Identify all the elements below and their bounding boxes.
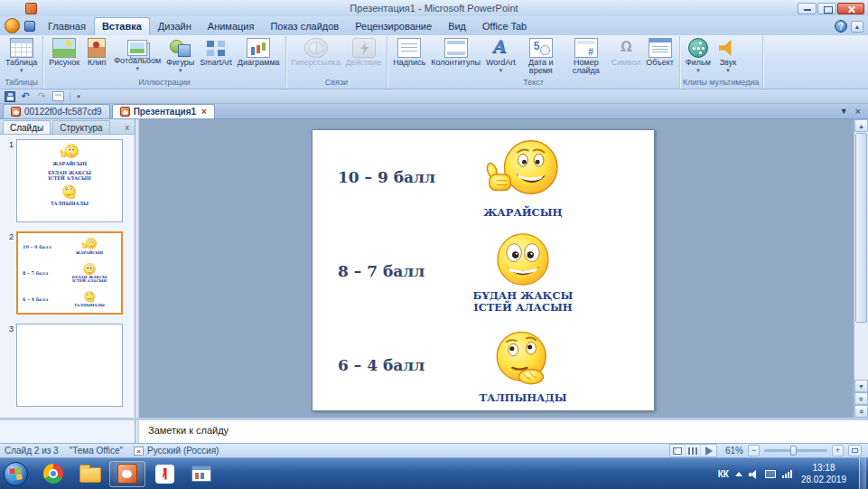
save-icon[interactable] bbox=[5, 91, 15, 102]
powerpoint-icon[interactable] bbox=[109, 461, 145, 487]
volume-icon[interactable] bbox=[749, 469, 759, 479]
thumbnail-row-2: 2 10 – 9 балл ЖАРАЙСЫҢ 8 – 7 балл bbox=[2, 231, 131, 315]
slide-2-thumbnail-selected[interactable]: 10 – 9 балл ЖАРАЙСЫҢ 8 – 7 балл БҰДАН ЖА… bbox=[16, 231, 123, 315]
language-switcher[interactable]: КК bbox=[718, 469, 729, 479]
display-icon[interactable] bbox=[765, 470, 776, 478]
slide-canvas[interactable]: 10 – 9 балл ЖАРАЙСЫҢ 8 – 7 балл БҰДАН ЖА… bbox=[312, 129, 655, 411]
chevron-down-icon: ▼ bbox=[178, 68, 183, 73]
header-footer-button[interactable]: Колонтитулы bbox=[428, 37, 483, 68]
tab-view[interactable]: Вид bbox=[440, 17, 474, 35]
tab-office-tab[interactable]: Office Tab bbox=[474, 17, 535, 35]
taskbar-clock[interactable]: 13:18 28.02.2019 bbox=[801, 462, 846, 485]
smartart-button[interactable]: SmartArt bbox=[197, 37, 235, 68]
notes-pane[interactable]: Заметки к слайду bbox=[139, 420, 868, 443]
help-icon[interactable]: ? bbox=[835, 20, 847, 33]
presentation-icon[interactable] bbox=[183, 461, 219, 487]
textbox-button[interactable]: Надпись bbox=[390, 37, 428, 68]
close-icon[interactable] bbox=[837, 3, 864, 14]
tab-slides[interactable]: Слайды bbox=[3, 120, 51, 134]
score-text[interactable]: 8 – 7 балл bbox=[313, 262, 455, 280]
pin-icon[interactable] bbox=[24, 21, 35, 32]
caption-text[interactable]: ЖАРАЙСЫҢ bbox=[483, 207, 562, 219]
status-bar-right: 61% − + bbox=[669, 444, 863, 457]
chevron-down-icon: ▼ bbox=[498, 68, 503, 73]
slide-sorter-icon[interactable] bbox=[686, 445, 701, 456]
normal-view-icon[interactable] bbox=[670, 445, 686, 456]
network-icon[interactable] bbox=[782, 469, 792, 478]
photo-album-button[interactable]: Фотоальбом ▼ bbox=[111, 37, 163, 72]
browser-icon[interactable] bbox=[35, 461, 71, 487]
picture-button[interactable]: Рисунок bbox=[46, 37, 82, 68]
tab-list-chevron-icon[interactable]: ▼ bbox=[840, 107, 848, 116]
slide-icon[interactable] bbox=[52, 91, 64, 101]
zoom-level[interactable]: 61% bbox=[722, 446, 743, 456]
next-slide-button[interactable]: « bbox=[854, 405, 868, 418]
collapse-ribbon-icon[interactable]: ▲ bbox=[851, 21, 863, 33]
previous-slide-button[interactable]: « bbox=[854, 392, 868, 405]
thinking-emoji[interactable] bbox=[488, 326, 558, 391]
fit-to-window-icon[interactable] bbox=[848, 445, 862, 456]
windows-flag-icon bbox=[9, 467, 22, 480]
start-orb[interactable] bbox=[4, 462, 28, 486]
caption-text[interactable]: ТАЛПЫНАДЫ bbox=[479, 392, 566, 404]
scroll-up-icon[interactable]: ▲ bbox=[854, 119, 868, 132]
tab-slideshow[interactable]: Показ слайдов bbox=[262, 17, 347, 35]
zoom-slider[interactable] bbox=[764, 449, 827, 452]
zoom-slider-thumb[interactable] bbox=[790, 446, 797, 456]
table-button-label: Таблица bbox=[5, 59, 37, 67]
sound-button[interactable]: Звук ▼ bbox=[714, 37, 742, 74]
tab-outline[interactable]: Структура bbox=[52, 120, 109, 134]
group-label-text: Текст bbox=[390, 78, 677, 89]
clipart-button[interactable]: Клип bbox=[82, 37, 111, 68]
notes-row: Заметки к слайду bbox=[0, 418, 868, 443]
chevron-down-icon: ▼ bbox=[725, 68, 731, 73]
doc-tab-1[interactable]: 00122f0d-fc587cd9 bbox=[3, 104, 110, 118]
tab-animation[interactable]: Анимация bbox=[200, 17, 263, 35]
clock-time: 13:18 bbox=[812, 462, 835, 474]
folder-icon[interactable] bbox=[72, 461, 108, 487]
show-desktop-strip[interactable] bbox=[859, 458, 866, 489]
caption-text[interactable]: БҰДАН ЖАҚСЫ ІСТЕЙ АЛАСЫН bbox=[473, 290, 574, 314]
tab-review[interactable]: Рецензирование bbox=[347, 17, 440, 35]
tab-insert[interactable]: Вставка bbox=[94, 17, 150, 35]
table-button[interactable]: Таблица ▼ bbox=[3, 37, 40, 74]
slide-number-button[interactable]: Номер слайда bbox=[564, 37, 609, 77]
scrollbar-thumb[interactable] bbox=[855, 133, 867, 323]
slide-3-thumbnail[interactable] bbox=[16, 324, 123, 407]
tab-design[interactable]: Дизайн bbox=[150, 17, 200, 35]
close-tab-icon[interactable]: × bbox=[201, 107, 207, 117]
spellcheck-icon[interactable]: × bbox=[134, 447, 144, 456]
datetime-button[interactable]: Дата и время bbox=[518, 37, 564, 77]
powerpoint-file-icon bbox=[120, 107, 130, 117]
chart-button[interactable]: Диаграмма bbox=[235, 37, 283, 68]
tab-home[interactable]: Главная bbox=[40, 17, 94, 35]
zoom-in-icon[interactable]: + bbox=[832, 445, 844, 456]
yandex-icon[interactable] bbox=[146, 461, 182, 487]
doc-tab-2[interactable]: Презентация1 × bbox=[112, 104, 215, 118]
panel-close-icon[interactable]: x bbox=[123, 123, 133, 134]
object-button[interactable]: Объект bbox=[643, 37, 677, 68]
shapes-button[interactable]: Фигуры ▼ bbox=[163, 37, 197, 74]
wordart-button[interactable]: WordArt ▼ bbox=[483, 37, 518, 74]
vertical-scrollbar[interactable]: ▲ ▼ « « bbox=[854, 119, 868, 418]
close-all-icon[interactable]: × bbox=[855, 106, 861, 117]
qat-dropdown-icon[interactable]: ▼ bbox=[76, 94, 81, 99]
document-tab-bar: 00122f0d-fc587cd9 Презентация1 × ▼ × bbox=[0, 104, 868, 119]
movie-button[interactable]: Фильм ▼ bbox=[683, 37, 714, 74]
zoom-out-icon[interactable]: − bbox=[748, 445, 760, 456]
slideshow-icon[interactable] bbox=[701, 445, 716, 456]
object-icon bbox=[649, 38, 672, 58]
hidden-icons-chevron[interactable] bbox=[735, 472, 742, 476]
undo-icon[interactable]: ↶ bbox=[19, 90, 32, 102]
slide-1-thumbnail[interactable]: ЖАРАЙСЫҢ БҰДАН ЖАҚСЫ ІСТЕЙ АЛАСЫН ТАЛПЫН… bbox=[16, 139, 123, 222]
thumbs-up-emoji[interactable] bbox=[481, 136, 565, 206]
scroll-down-icon[interactable]: ▼ bbox=[854, 380, 868, 392]
maximize-icon[interactable] bbox=[817, 3, 836, 14]
language-indicator[interactable]: Русский (Россия) bbox=[147, 446, 219, 456]
score-text[interactable]: 6 – 4 балл bbox=[313, 356, 455, 374]
score-text[interactable]: 10 – 9 балл bbox=[313, 168, 455, 186]
office-orb[interactable] bbox=[5, 18, 20, 33]
minimize-icon[interactable] bbox=[798, 3, 817, 14]
ribbon-group-illustrations: Рисунок Клип Фотоальбом ▼ Фигуры ▼ bbox=[43, 36, 285, 89]
big-smile-emoji[interactable] bbox=[491, 230, 555, 289]
